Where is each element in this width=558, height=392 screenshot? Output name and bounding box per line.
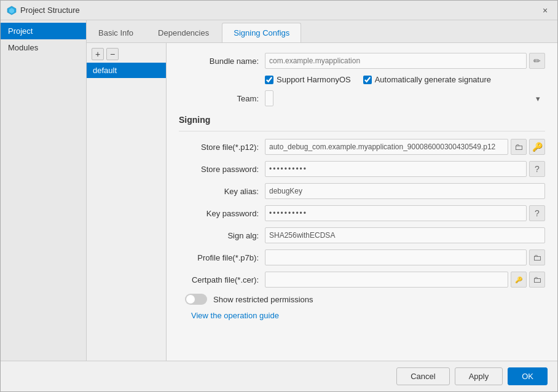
store-file-label: Store file(*.p12): — [179, 143, 265, 152]
restricted-permissions-label: Show restricted permissions — [213, 295, 313, 304]
store-file-fingerprint-icon[interactable]: 🔑 — [529, 139, 545, 155]
store-password-label: Store password: — [179, 165, 265, 174]
operation-guide-wrapper: View the operation guide — [185, 311, 545, 320]
cancel-button[interactable]: Cancel — [396, 367, 449, 385]
store-file-row: Store file(*.p12): 🗀 🔑 — [179, 139, 545, 155]
certpath-file-icon1[interactable]: 🔑 — [511, 272, 527, 288]
auto-generate-label: Automatically generate signature — [375, 75, 491, 84]
add-config-button[interactable]: + — [92, 48, 104, 60]
toggle-slider — [185, 294, 207, 305]
auto-generate-signature-checkbox[interactable]: Automatically generate signature — [363, 75, 491, 84]
profile-file-label: Profile file(*.p7b): — [179, 253, 265, 262]
app-icon — [7, 6, 17, 15]
certpath-file-field-wrapper: 🔑 🗀 — [265, 272, 545, 288]
support-harmonyos-checkbox[interactable]: Support HarmonyOS — [265, 75, 351, 84]
config-list: + − default — [87, 43, 167, 361]
sign-alg-input[interactable] — [265, 227, 545, 243]
team-select-wrapper — [265, 90, 545, 106]
store-file-folder-icon[interactable]: 🗀 — [511, 139, 527, 155]
certpath-file-input[interactable] — [265, 272, 508, 288]
tab-basic-info[interactable]: Basic Info — [87, 23, 145, 42]
profile-file-field-wrapper: 🗀 — [265, 249, 545, 265]
config-item-default[interactable]: default — [87, 63, 166, 78]
tabs-bar: Basic Info Dependencies Signing Configs — [87, 20, 557, 43]
key-alias-row: Key alias: — [179, 183, 545, 199]
close-button[interactable]: × — [539, 4, 551, 17]
checkbox-row: Support HarmonyOS Automatically generate… — [265, 75, 545, 84]
bundle-name-row: Bundle name: ✏ — [179, 53, 545, 69]
store-password-row: Store password: ? — [179, 161, 545, 177]
store-password-help-icon[interactable]: ? — [529, 161, 545, 177]
bundle-name-field-wrapper: ✏ — [265, 53, 545, 69]
key-password-label: Key password: — [179, 209, 265, 218]
sign-alg-label: Sign alg: — [179, 231, 265, 240]
store-file-field-wrapper: 🗀 🔑 — [265, 139, 545, 155]
bundle-name-input[interactable] — [265, 53, 527, 69]
key-alias-input[interactable] — [265, 183, 545, 199]
remove-config-button[interactable]: − — [106, 48, 119, 60]
ok-button[interactable]: OK — [508, 367, 548, 385]
sidebar-item-modules[interactable]: Modules — [1, 39, 86, 56]
team-row: Team: — [179, 90, 545, 106]
signing-section-title: Signing — [179, 115, 545, 125]
key-password-field-wrapper: ? — [265, 205, 545, 221]
key-password-row: Key password: ? — [179, 205, 545, 221]
tab-signing-configs[interactable]: Signing Configs — [222, 23, 301, 42]
support-harmonyos-label: Support HarmonyOS — [277, 75, 351, 84]
sidebar-item-project[interactable]: Project — [1, 23, 86, 39]
key-alias-label: Key alias: — [179, 187, 265, 196]
tab-dependencies[interactable]: Dependencies — [146, 23, 221, 42]
sign-alg-row: Sign alg: — [179, 227, 545, 243]
bundle-name-label: Bundle name: — [179, 57, 265, 66]
operation-guide-link[interactable]: View the operation guide — [191, 311, 279, 320]
profile-file-row: Profile file(*.p7b): 🗀 — [179, 249, 545, 265]
store-password-input[interactable] — [265, 161, 527, 177]
store-file-input[interactable] — [265, 139, 508, 155]
sidebar: Project Modules — [1, 20, 87, 361]
form-area: Bundle name: ✏ Support HarmonyOS — [167, 43, 557, 361]
restricted-permissions-row: Show restricted permissions — [185, 294, 545, 305]
team-select[interactable] — [265, 90, 273, 106]
bundle-name-edit-icon[interactable]: ✏ — [529, 53, 545, 69]
apply-button[interactable]: Apply — [455, 367, 503, 385]
key-password-help-icon[interactable]: ? — [529, 205, 545, 221]
profile-file-input[interactable] — [265, 249, 527, 265]
certpath-file-folder-icon[interactable]: 🗀 — [529, 272, 545, 288]
profile-file-folder-icon[interactable]: 🗀 — [529, 249, 545, 265]
dialog-title: Project Structure — [20, 6, 539, 15]
config-list-toolbar: + − — [87, 45, 166, 63]
store-password-field-wrapper: ? — [265, 161, 545, 177]
certpath-file-row: Certpath file(*.cer): 🔑 🗀 — [179, 272, 545, 288]
team-label: Team: — [179, 94, 265, 103]
footer: Cancel Apply OK — [1, 361, 557, 391]
key-password-input[interactable] — [265, 205, 527, 221]
section-divider — [179, 131, 545, 131]
certpath-file-label: Certpath file(*.cer): — [179, 275, 265, 284]
restricted-permissions-toggle[interactable] — [185, 294, 207, 305]
